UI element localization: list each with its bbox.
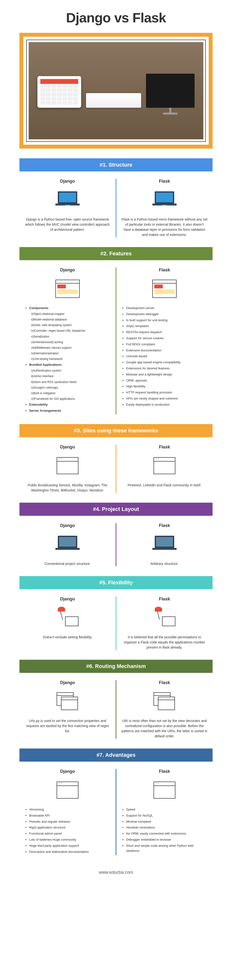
laptop-icon xyxy=(150,190,179,210)
col-title-django: Django xyxy=(24,680,111,685)
list-item: Huge third party application support xyxy=(29,843,111,848)
col-title-flask: Flask xyxy=(121,267,208,273)
sites-django-text: Public Broadcasting Service, Mozilla, In… xyxy=(24,483,111,493)
section-header-flexibility: #5. Flexibility xyxy=(19,576,213,589)
col-title-django: Django xyxy=(24,179,111,184)
advantages-django-list: VersioningBrowsable APIPeriodic and regu… xyxy=(24,807,111,854)
list-item: vi)Framework for GIS applications xyxy=(31,397,111,401)
list-item: Functional admin panel xyxy=(29,831,111,836)
list-item: ix)Internationalization xyxy=(31,351,111,356)
col-title-flask: Flask xyxy=(121,179,208,184)
layout-flask-text: Arbitrary structure. xyxy=(121,561,208,566)
list-item: Jinja2 templates xyxy=(126,324,208,329)
list-item: RESTful request dispatch xyxy=(126,330,208,335)
features-flask-list: Development serverDevelopment debuggerIn… xyxy=(121,305,208,407)
structure-django-text: Django is a Python based free, open sour… xyxy=(24,217,111,232)
svg-rect-10 xyxy=(56,548,80,550)
list-item: Minimal complexit xyxy=(126,819,208,824)
monitor-window-icon xyxy=(152,280,176,298)
section-header-advantages: #7. Advantages xyxy=(19,748,213,762)
col-title-flask: Flask xyxy=(121,444,208,450)
list-item: APIs are nicely shaped and coherent xyxy=(126,396,208,401)
monitor-icon xyxy=(146,74,195,108)
flexibility-flask-text: It is believed that all the possible per… xyxy=(121,635,208,650)
col-title-django: Django xyxy=(24,523,111,528)
list-item: Extensibility xyxy=(29,402,111,407)
layout-django-text: Conventional project structure. xyxy=(24,561,111,566)
svg-rect-12 xyxy=(156,537,173,547)
list-item: v)Serialization xyxy=(31,334,111,339)
svg-rect-1 xyxy=(59,192,76,202)
list-item: Periodic and regular releases xyxy=(29,819,111,824)
list-item: Unicode based xyxy=(126,354,208,359)
svg-rect-7 xyxy=(162,205,167,205)
list-item: Modular and a lightweight design xyxy=(126,372,208,377)
comparison-sites: Django Public Broadcasting Service, Mozi… xyxy=(19,444,213,493)
list-item: ii)Admin interface xyxy=(31,374,111,379)
col-title-flask: Flask xyxy=(121,523,208,528)
list-item: Rigid application structure xyxy=(29,825,111,830)
routing-django-text: Urls.py is used to set the connection pr… xyxy=(24,718,111,733)
list-item: HTTP request handling provision xyxy=(126,390,208,395)
comparison-layout: Django Conventional project structure. F… xyxy=(19,523,213,566)
section-header-structure: #1. Structure xyxy=(19,158,213,172)
hero-image-frame xyxy=(19,33,213,149)
desk-lamp-icon xyxy=(152,607,176,628)
list-item: Browsable API xyxy=(29,813,111,818)
laptop-icon xyxy=(150,535,179,554)
svg-rect-5 xyxy=(156,192,173,202)
col-title-flask: Flask xyxy=(121,769,208,774)
tablet-icon xyxy=(37,76,81,108)
monitor-window-icon xyxy=(56,280,80,298)
svg-rect-3 xyxy=(65,205,70,205)
section-header-sites: #3. Sites using these frameworks xyxy=(19,424,213,437)
list-item: ii)Model-relational database xyxy=(31,317,111,322)
col-title-flask: Flask xyxy=(121,597,208,601)
section-header-routing: #6. Routing Mechanism xyxy=(19,660,213,673)
browser-icon xyxy=(154,781,175,799)
list-item: Descriptive and elaborative documentatio… xyxy=(29,850,111,854)
list-item: Development debugger xyxy=(126,312,208,317)
browser-icon xyxy=(57,781,78,799)
flexibility-django-text: Doesn't exclude setting flexibility. xyxy=(24,635,111,640)
list-item: v)Built in mitigation xyxy=(31,391,111,396)
browser-icon xyxy=(57,457,78,474)
list-item: Extensions for desired features xyxy=(126,366,208,371)
list-item: iv)Controller- regex based URL dispatche… xyxy=(31,329,111,333)
list-item: vi)Inheritancevii)Caching xyxy=(31,340,111,345)
list-item: Full WSGI compliant xyxy=(126,342,208,347)
comparison-routing: Django Urls.py is used to set the connec… xyxy=(19,680,213,739)
advantages-flask-list: SpeedSupport for NoSQLMinimal complexitA… xyxy=(121,807,208,853)
list-item: Speed xyxy=(126,807,208,812)
list-item: ORM- agnostic xyxy=(126,378,208,383)
browser-icon xyxy=(154,457,175,474)
laptop-icon xyxy=(53,535,82,554)
list-item: In built support for unit testing xyxy=(126,318,208,323)
list-item: i)Object relational mapper xyxy=(31,312,111,317)
list-item: Bundled Applications xyxy=(29,362,111,368)
list-item: Lots of batteries·Huge community xyxy=(29,837,111,842)
comparison-advantages: Django VersioningBrowsable APIPeriodic a… xyxy=(19,769,213,855)
comparison-flexibility: Django Doesn't exclude setting flexibili… xyxy=(19,597,213,650)
list-item: viii)Middleware classes support xyxy=(31,345,111,350)
list-item: Components xyxy=(29,305,111,311)
list-item: iii)Atom and RSS syndication feeds xyxy=(31,380,111,385)
svg-rect-13 xyxy=(152,548,176,550)
list-item: High flexibility xyxy=(126,384,208,389)
section-header-features: #2. Features xyxy=(19,247,213,260)
keyboard-icon xyxy=(86,93,141,108)
svg-rect-9 xyxy=(59,537,76,547)
col-title-flask: Flask xyxy=(121,680,208,685)
col-title-django: Django xyxy=(24,444,111,450)
list-item: Support for secure cookies xyxy=(126,336,208,341)
col-title-django: Django xyxy=(24,769,111,774)
desk-lamp-icon xyxy=(56,607,80,628)
list-item: i)Authentication system xyxy=(31,368,111,373)
list-item: Versioning xyxy=(29,807,111,812)
comparison-structure: Django Django is a Python based free, op… xyxy=(19,179,213,237)
list-item: x)Unit-testing framework xyxy=(31,357,111,361)
col-title-django: Django xyxy=(24,267,111,273)
sites-flask-text: Pinterest, LinkedIn and Flask community … xyxy=(121,483,208,488)
routing-flask-text: URI is most often than not set by the vi… xyxy=(121,718,208,739)
list-item: Extensive documentation xyxy=(126,348,208,353)
